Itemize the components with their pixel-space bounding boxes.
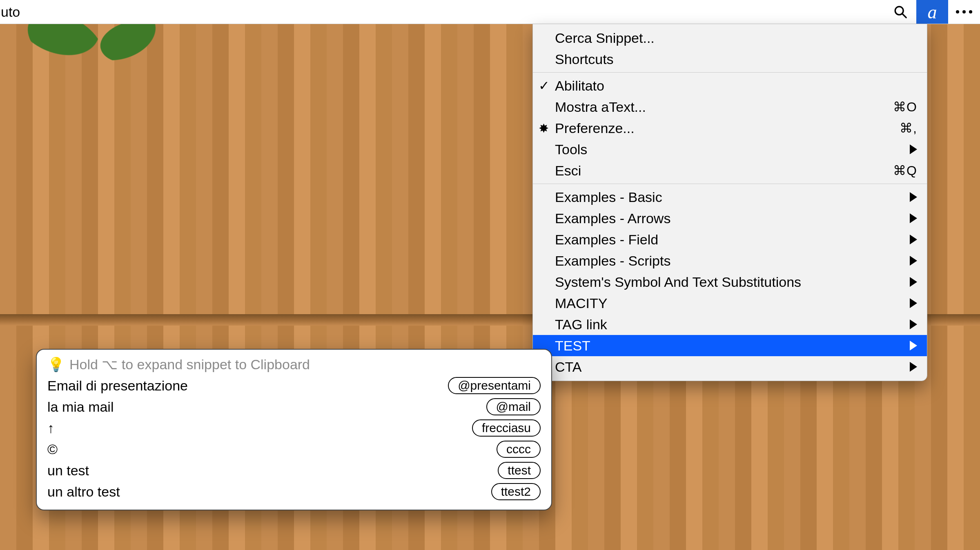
snippet-name: © [47,441,497,457]
snippet-name: un altro test [47,484,491,500]
snippet-name: la mia mail [47,399,486,415]
menu-item-shortcuts[interactable]: Shortcuts [533,49,927,70]
svg-line-1 [902,13,906,18]
menu-item-label: Abilitato [555,78,917,94]
submenu-arrow-icon [910,213,917,223]
menu-item-test[interactable]: TEST [533,335,927,356]
menu-separator [533,72,927,73]
menu-item-label: Examples - Scripts [555,253,910,269]
menu-item-label: Esci [555,163,893,179]
menu-item-label: Cerca Snippet... [555,30,917,46]
submenu-arrow-icon [910,341,917,350]
submenu-arrow-icon [910,319,917,329]
menu-item-label: TAG link [555,317,910,333]
menu-item-tools[interactable]: Tools [533,139,927,160]
gear-icon: ✸ [539,121,549,135]
more-button[interactable] [948,0,980,24]
snippet-abbreviation-chip: @mail [486,398,541,415]
check-icon: ✓ [539,78,550,93]
snippet-abbreviation-chip: @presentami [448,377,541,394]
submenu-arrow-icon [910,235,917,244]
snippet-row[interactable]: un altro testttest2 [47,481,541,502]
menu-item-cerca-snippet[interactable]: Cerca Snippet... [533,27,927,49]
menu-item-label: Tools [555,142,910,157]
more-icon [955,9,973,14]
menu-item-label: Shortcuts [555,51,917,67]
menu-item-label: Examples - Field [555,232,910,248]
menu-item-mostra-atext[interactable]: Mostra aText...⌘O [533,96,927,118]
snippet-row[interactable]: ↑frecciasu [47,417,541,439]
submenu-arrow-icon [910,298,917,308]
svg-point-3 [962,10,966,13]
atext-app-icon: a [928,1,937,23]
atext-menubar-button[interactable]: a [916,0,948,24]
svg-point-2 [956,10,959,13]
submenu-arrow-icon [910,144,917,154]
snippet-row[interactable]: un testttest [47,460,541,481]
menu-item-examples-field[interactable]: Examples - Field [533,229,927,250]
search-icon [893,5,907,19]
snippet-abbreviation-chip: cccc [497,441,541,458]
snippet-name: ↑ [47,420,472,436]
lightbulb-icon: 💡 [47,356,65,373]
snippet-name: un test [47,463,498,479]
menu-item-preferenze[interactable]: ✸Preferenze...⌘, [533,118,927,139]
menu-item-label: Preferenze... [555,120,900,136]
snippet-name: Email di presentazione [47,378,448,394]
snippet-hint-text: Hold ⌥ to expand snippet to Clipboard [69,356,310,373]
menu-item-system-s-symbol-and-text-substitutions[interactable]: System's Symbol And Text Substitutions [533,271,927,293]
submenu-arrow-icon [910,256,917,266]
svg-point-4 [969,10,972,13]
menu-item-esci[interactable]: Esci⌘Q [533,160,927,181]
search-button[interactable] [884,0,916,24]
menu-item-shortcut: ⌘O [893,99,917,115]
menu-item-label: CTA [555,359,910,375]
toolbar: uto a [0,0,980,24]
menu-item-label: Examples - Arrows [555,211,910,226]
menu-item-macity[interactable]: MACITY [533,293,927,314]
snippet-abbreviation-chip: ttest2 [491,483,541,500]
menu-item-examples-arrows[interactable]: Examples - Arrows [533,208,927,229]
menu-item-label: System's Symbol And Text Substitutions [555,274,910,290]
snippet-abbreviation-chip: frecciasu [472,419,541,437]
menu-separator [533,184,927,184]
snippet-preview-panel: 💡 Hold ⌥ to expand snippet to Clipboard … [36,349,552,510]
menu-item-label: Mostra aText... [555,99,893,115]
menu-item-examples-scripts[interactable]: Examples - Scripts [533,250,927,271]
atext-dropdown-menu: Cerca Snippet...Shortcuts ✓AbilitatoMost… [532,24,927,381]
menu-item-abilitato[interactable]: ✓Abilitato [533,75,927,96]
menu-item-shortcut: ⌘Q [893,163,917,178]
submenu-arrow-icon [910,277,917,287]
submenu-arrow-icon [910,192,917,202]
menu-item-cta[interactable]: CTA [533,356,927,377]
submenu-arrow-icon [910,362,917,372]
window-title-fragment: uto [0,4,20,20]
snippet-abbreviation-chip: ttest [498,462,541,479]
snippet-hint: 💡 Hold ⌥ to expand snippet to Clipboard [47,356,541,373]
menu-item-label: MACITY [555,295,910,311]
menu-item-label: TEST [555,338,910,354]
snippet-row[interactable]: Email di presentazione@presentami [47,375,541,396]
menu-item-label: Examples - Basic [555,189,910,205]
menu-item-tag-link[interactable]: TAG link [533,314,927,335]
snippet-row[interactable]: ©cccc [47,439,541,460]
menu-item-shortcut: ⌘, [900,120,917,136]
snippet-row[interactable]: la mia mail@mail [47,396,541,417]
menu-item-examples-basic[interactable]: Examples - Basic [533,186,927,208]
